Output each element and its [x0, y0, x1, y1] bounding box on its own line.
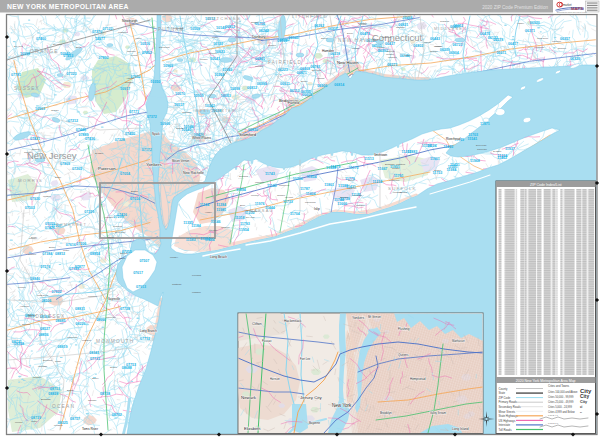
svg-text:10517: 10517 [174, 103, 184, 107]
svg-text:10350: 10350 [150, 80, 160, 84]
svg-text:Selden: Selden [110, 366, 118, 368]
svg-text:Islip: Islip [314, 207, 320, 211]
svg-text:Easton: Easton [67, 389, 75, 391]
svg-text:07384: 07384 [42, 252, 52, 256]
svg-text:MIDDLESEX: MIDDLESEX [434, 27, 467, 31]
svg-text:11513: 11513 [364, 157, 374, 161]
svg-text:Orange: Orange [430, 50, 438, 52]
svg-text:Fort Lee: Fort Lee [300, 357, 311, 361]
svg-text:Valley Stream: Valley Stream [430, 411, 446, 415]
svg-text:10509: 10509 [190, 27, 200, 31]
svg-text:Madison: Madison [358, 22, 367, 24]
svg-text:11793: 11793 [240, 222, 250, 226]
svg-text:11791: 11791 [394, 174, 404, 178]
svg-text:Interstate: Interstate [499, 423, 511, 427]
svg-text:Milton: Milton [31, 420, 38, 422]
svg-text:NEW HAVEN: NEW HAVEN [338, 38, 376, 43]
svg-text:Mount Vernon: Mount Vernon [172, 159, 190, 163]
svg-text:Bethel: Bethel [49, 246, 56, 248]
svg-text:12577: 12577 [95, 37, 105, 41]
svg-text:10946: 10946 [183, 125, 193, 129]
svg-text:07731: 07731 [90, 357, 100, 361]
svg-text:07436: 07436 [85, 137, 95, 141]
svg-text:07576: 07576 [40, 265, 50, 269]
svg-text:06871: 06871 [297, 71, 307, 75]
svg-text:11984: 11984 [446, 168, 456, 172]
svg-text:Cities 5,000 - 24,999: Cities 5,000 - 24,999 [548, 405, 572, 409]
svg-text:Manorville: Manorville [67, 336, 78, 338]
svg-text:Warwick: Warwick [388, 56, 397, 58]
svg-text:Chatham: Chatham [382, 36, 391, 38]
svg-text:Hazlet: Hazlet [135, 37, 142, 39]
svg-text:11985: 11985 [216, 208, 226, 212]
svg-text:08757: 08757 [70, 417, 80, 421]
svg-text:State Highways: State Highways [499, 414, 519, 418]
svg-text:06242: 06242 [259, 29, 269, 33]
svg-text:Hampton: Hampton [347, 187, 357, 189]
svg-text:Stamford: Stamford [239, 132, 257, 137]
svg-text:Melville: Melville [251, 210, 259, 212]
svg-text:Bayonne: Bayonne [309, 421, 320, 425]
svg-text:Fairfield: Fairfield [288, 101, 300, 105]
svg-text:Freehold: Freehold [353, 194, 363, 196]
svg-text:2020 New York Metropolitan Are: 2020 New York Metropolitan Area Map [516, 379, 576, 383]
svg-text:07172: 07172 [142, 148, 152, 152]
svg-text:11146: 11146 [211, 220, 221, 224]
svg-text:Cities 25,000 - 49,999: Cities 25,000 - 49,999 [548, 400, 574, 404]
svg-text:07889: 07889 [78, 133, 88, 137]
svg-text:0 km 3 6 9: 0 km 3 6 9 [548, 422, 559, 424]
svg-text:08836: 08836 [39, 333, 49, 337]
svg-text:10960: 10960 [160, 122, 170, 126]
svg-text:Quogue: Quogue [33, 376, 42, 378]
svg-text:11901: 11901 [430, 157, 440, 161]
svg-text:Oakdale: Oakdale [182, 111, 191, 113]
svg-text:06904: 06904 [449, 51, 459, 55]
svg-text:Oakland: Oakland [396, 26, 405, 28]
svg-text:Quogue: Quogue [277, 194, 286, 196]
svg-text:Elizabeth: Elizabeth [244, 426, 260, 431]
svg-text:10963: 10963 [35, 107, 45, 111]
svg-text:Delivering the World One Map a: Delivering the World One Map at a Time [557, 11, 587, 13]
svg-text:Southold: Southold [239, 175, 249, 177]
svg-text:Sayreville: Sayreville [108, 297, 121, 301]
svg-text:Melville: Melville [209, 52, 217, 54]
svg-text:Minor Streets: Minor Streets [499, 410, 516, 414]
svg-text:07890: 07890 [98, 56, 108, 60]
svg-text:Wantagh: Wantagh [38, 365, 48, 367]
svg-text:Howell: Howell [517, 22, 524, 24]
svg-text:07206: 07206 [76, 242, 86, 246]
svg-text:Dix Hills: Dix Hills [246, 216, 255, 218]
svg-text:City: City [580, 394, 589, 399]
svg-text:07448: 07448 [76, 128, 86, 132]
svg-text:07913: 07913 [136, 285, 146, 289]
svg-text:08831: 08831 [75, 307, 85, 311]
svg-text:10917: 10917 [120, 87, 130, 91]
svg-text:07016: 07016 [130, 197, 140, 201]
svg-text:07507: 07507 [139, 259, 149, 263]
svg-text:NEW YORK METROPOLITAN AREA: NEW YORK METROPOLITAN AREA [7, 3, 129, 10]
svg-text:06605: 06605 [302, 93, 312, 97]
svg-text:Warwick: Warwick [221, 226, 230, 228]
svg-text:06262: 06262 [314, 24, 324, 28]
svg-text:10342: 10342 [205, 104, 215, 108]
svg-text:Newburgh: Newburgh [122, 19, 138, 23]
svg-text:Syosset: Syosset [95, 152, 104, 154]
svg-text:Wayne: Wayne [424, 41, 432, 43]
svg-text:Monsey: Monsey [170, 256, 179, 258]
svg-text:ci: ci [580, 405, 583, 409]
svg-text:New Jersey: New Jersey [27, 150, 77, 161]
svg-text:11124: 11124 [427, 144, 437, 148]
svg-text:06814: 06814 [334, 83, 344, 87]
svg-text:07622: 07622 [51, 290, 61, 294]
svg-text:Ridge: Ridge [37, 152, 44, 154]
svg-text:08812: 08812 [55, 252, 65, 256]
svg-text:MONMOUTH: MONMOUTH [96, 339, 134, 344]
svg-text:Weston: Weston [386, 53, 394, 55]
svg-text:Jericho: Jericho [200, 58, 208, 60]
svg-text:08398: 08398 [14, 342, 24, 346]
svg-text:10570: 10570 [175, 92, 185, 96]
svg-text:Syosset: Syosset [493, 150, 502, 152]
svg-text:11976: 11976 [255, 202, 265, 206]
svg-text:11954: 11954 [239, 228, 249, 232]
svg-text:11733: 11733 [283, 200, 293, 204]
